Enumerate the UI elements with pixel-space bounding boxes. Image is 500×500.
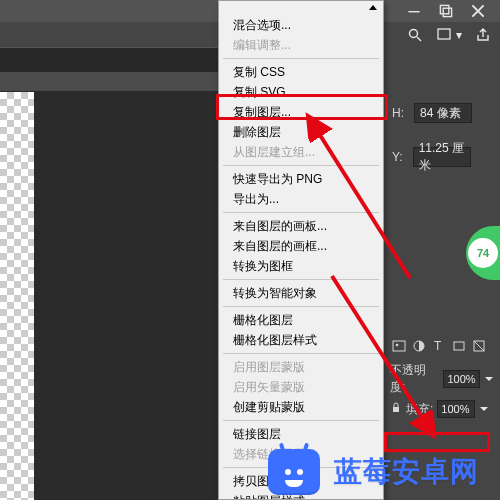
window-close-button[interactable] (462, 2, 494, 20)
menu-item[interactable]: 粘贴图层样式 (219, 491, 383, 500)
window-minimize-button[interactable] (398, 2, 430, 20)
property-h-input[interactable]: 84 像素 (414, 103, 472, 123)
svg-line-4 (417, 37, 421, 41)
arrange-documents-icon[interactable] (436, 26, 454, 44)
property-y-input[interactable]: 11.25 厘米 (413, 147, 471, 167)
ruler-horizontal (0, 72, 218, 92)
menu-item: 编辑调整... (219, 35, 383, 55)
menu-item: 选择链接图层 (219, 444, 383, 464)
search-icon[interactable] (406, 26, 424, 44)
svg-rect-1 (440, 5, 448, 13)
share-icon[interactable] (474, 26, 492, 44)
svg-line-13 (308, 116, 410, 278)
annotation-arrow (326, 270, 446, 444)
flyout-handle-icon[interactable] (369, 5, 379, 15)
menu-item[interactable]: 复制 SVG (219, 82, 383, 102)
menu-item[interactable]: 拷贝图层样式 (219, 471, 383, 491)
svg-rect-10 (454, 342, 464, 350)
menu-separator (223, 58, 379, 59)
fill-dropdown-icon[interactable] (479, 405, 489, 413)
menu-separator (223, 467, 379, 468)
svg-rect-0 (408, 11, 419, 12)
annotation-arrow (300, 108, 418, 286)
svg-line-14 (332, 276, 434, 436)
canvas-area (0, 48, 218, 500)
canvas-transparent-edge (0, 92, 34, 500)
opacity-input[interactable]: 100% (443, 370, 480, 388)
filter-shape-icon[interactable] (452, 339, 466, 356)
svg-rect-2 (443, 8, 451, 16)
filter-smart-icon[interactable] (472, 339, 486, 356)
svg-point-3 (410, 29, 418, 37)
svg-rect-5 (438, 29, 450, 39)
window-restore-button[interactable] (430, 2, 462, 20)
canvas-image-region[interactable] (34, 92, 218, 500)
side-badge-value: 74 (468, 238, 498, 268)
menu-item[interactable]: 复制 CSS (219, 62, 383, 82)
opacity-dropdown-icon[interactable] (484, 375, 494, 383)
dropdown-caret-icon[interactable]: ▾ (456, 28, 462, 42)
menu-item[interactable]: 混合选项... (219, 15, 383, 35)
